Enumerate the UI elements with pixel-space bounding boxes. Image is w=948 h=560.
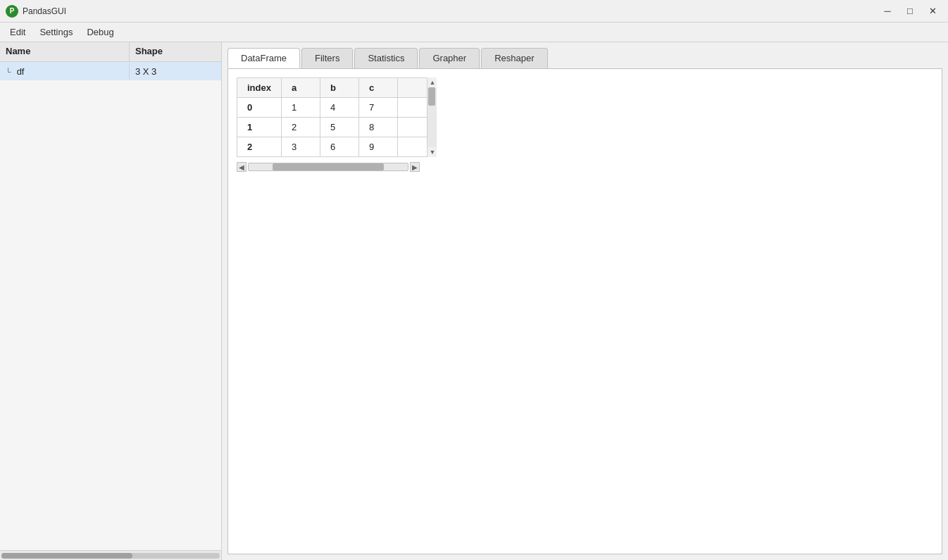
col-header-b: b [320,78,358,98]
tab-grapher[interactable]: Grapher [419,48,480,68]
h-scrollbar[interactable] [248,163,408,171]
dataframe-table: index a b c 014712582369 [237,77,437,157]
sidebar-col-shape-header: Shape [130,42,221,61]
main-layout: Name Shape └ df 3 X 3 DataFrame Filters … [0,42,948,560]
close-button[interactable]: ✕ [923,4,942,18]
scroll-right-button[interactable]: ▶ [410,162,420,172]
scroll-left-button[interactable]: ◀ [237,162,247,172]
minimize-button[interactable]: ─ [878,4,897,18]
app-title: PandasGUI [23,6,66,16]
cell-r0-c3: 7 [358,98,397,118]
cell-r1-c3: 8 [358,118,397,137]
menu-item-edit[interactable]: Edit [3,24,32,40]
tab-panel-dataframe: index a b c 014712582369 [228,69,942,554]
table-row: 2369 [237,137,437,157]
h-scrollbar-thumb [273,163,384,170]
df-name-label: df [17,66,25,77]
col-header-index: index [237,78,282,98]
table-row: 0147 [237,98,437,118]
cell-r1-c1: 2 [281,118,320,137]
cell-r0-c1: 1 [281,98,320,118]
sidebar-content: └ df 3 X 3 [0,62,221,550]
sidebar-header: Name Shape [0,42,221,62]
tree-arrow: └ [6,68,14,76]
sidebar-col-name-header: Name [0,42,130,61]
cell-r0-c2: 4 [320,98,358,118]
dataframe-body: 014712582369 [237,98,437,157]
col-header-c: c [358,78,397,98]
tabs-bar: DataFrame Filters Statistics Grapher Res… [222,42,948,68]
sidebar-row-df-name: └ df [0,63,130,80]
sidebar-horizontal-scrollbar[interactable] [1,553,220,559]
vertical-scrollbar[interactable]: ▲ ▼ [427,77,437,157]
tab-dataframe[interactable]: DataFrame [227,48,300,68]
col-header-a: a [281,78,320,98]
cell-r1-c0: 1 [237,118,282,137]
title-bar-left: P PandasGUI [6,5,66,18]
tab-filters[interactable]: Filters [301,48,353,68]
maximize-button[interactable]: □ [900,4,920,18]
table-wrapper: index a b c 014712582369 [237,77,437,157]
v-scrollbar-thumb [428,87,435,106]
table-row: 1258 [237,118,437,137]
cell-r1-c2: 5 [320,118,358,137]
sidebar-scrollbar-container [0,550,221,560]
menu-item-debug[interactable]: Debug [80,24,120,40]
cell-r2-c1: 3 [281,137,320,157]
title-bar: P PandasGUI ─ □ ✕ [0,0,948,23]
app-icon: P [6,5,18,18]
cell-r2-c2: 6 [320,137,358,157]
h-scrollbar-area: ◀ ▶ [237,161,420,173]
cell-r2-c0: 2 [237,137,282,157]
scroll-down-button[interactable]: ▼ [428,147,437,157]
sidebar: Name Shape └ df 3 X 3 [0,42,222,560]
scroll-up-button[interactable]: ▲ [428,77,437,87]
window-controls: ─ □ ✕ [878,4,942,18]
content-area: DataFrame Filters Statistics Grapher Res… [222,42,948,560]
menu-bar: Edit Settings Debug [0,23,948,42]
cell-r0-c0: 0 [237,98,282,118]
sidebar-row-df-shape: 3 X 3 [130,63,221,80]
table-header-row: index a b c [237,78,437,98]
tab-content: index a b c 014712582369 [227,68,942,554]
sidebar-scrollbar-thumb [1,553,132,559]
tab-reshaper[interactable]: Reshaper [481,48,547,68]
v-scrollbar-track[interactable] [428,87,437,147]
sidebar-row-df[interactable]: └ df 3 X 3 [0,62,221,80]
tab-statistics[interactable]: Statistics [354,48,418,68]
menu-item-settings[interactable]: Settings [32,24,80,40]
cell-r2-c3: 9 [358,137,397,157]
